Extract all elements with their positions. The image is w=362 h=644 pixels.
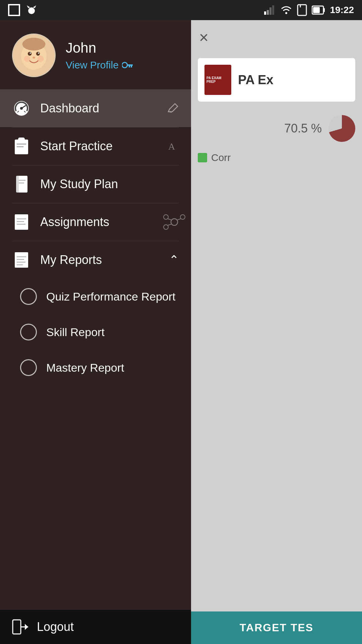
svg-rect-43 xyxy=(17,221,24,222)
sidebar-item-quiz-performance[interactable]: Quiz Performance Report xyxy=(0,279,191,314)
reports-submenu: Quiz Performance Report Skill Report Mas… xyxy=(0,279,191,385)
svg-point-16 xyxy=(22,38,46,51)
svg-point-47 xyxy=(180,215,185,219)
my-study-plan-label: My Study Plan xyxy=(40,177,179,191)
svg-point-45 xyxy=(171,219,178,225)
avatar-image xyxy=(13,34,55,77)
svg-rect-27 xyxy=(129,66,130,67)
letter-a-icon: A xyxy=(167,140,179,152)
logout-section[interactable]: Logout xyxy=(0,610,191,644)
navigation-drawer: John View Profile xyxy=(0,20,191,644)
svg-rect-26 xyxy=(131,66,132,67)
svg-marker-2 xyxy=(27,5,30,8)
sidebar-item-mastery-report[interactable]: Mastery Report xyxy=(0,350,191,385)
sidebar-item-assignments[interactable]: Assignments xyxy=(0,203,191,241)
correct-legend: Corr xyxy=(191,152,362,163)
sidebar-item-start-practice[interactable]: Start Practice A xyxy=(0,127,191,165)
speedometer-icon xyxy=(12,99,31,118)
svg-rect-55 xyxy=(17,262,25,263)
status-time: 19:22 xyxy=(330,5,354,15)
pa-book-cover: PA EXAM PREP xyxy=(204,65,231,95)
svg-marker-3 xyxy=(33,5,36,8)
close-button[interactable]: × xyxy=(199,28,208,47)
correct-text: Corr xyxy=(211,152,231,163)
reports-chevron-up-icon: ⌃ xyxy=(169,253,179,267)
svg-point-18 xyxy=(36,52,40,56)
sim-icon xyxy=(297,4,307,16)
svg-rect-12 xyxy=(323,8,325,12)
key-icon xyxy=(122,61,134,69)
svg-rect-38 xyxy=(16,176,19,193)
svg-line-49 xyxy=(168,219,172,220)
pa-exam-card: PA EXAM PREP PA Ex xyxy=(198,58,355,102)
quiz-performance-label: Quiz Performance Report xyxy=(46,290,176,303)
svg-rect-39 xyxy=(19,180,25,181)
profile-info: John View Profile xyxy=(66,40,134,71)
reports-icon xyxy=(12,251,31,269)
svg-point-30 xyxy=(20,107,23,110)
svg-rect-4 xyxy=(264,11,266,15)
svg-rect-6 xyxy=(269,7,272,15)
status-bar-left-icons xyxy=(8,4,38,16)
svg-rect-9 xyxy=(298,5,306,15)
progress-area: 70.5 % xyxy=(191,105,362,152)
svg-line-51 xyxy=(168,224,172,225)
dashboard-label: Dashboard xyxy=(40,101,167,115)
cat-icon xyxy=(25,4,38,16)
mastery-report-label: Mastery Report xyxy=(46,361,124,374)
logout-icon xyxy=(12,619,29,635)
svg-point-19 xyxy=(30,52,31,54)
status-bar-right-icons: 19:22 xyxy=(263,4,354,16)
svg-rect-7 xyxy=(272,5,274,15)
avatar xyxy=(12,34,56,77)
clipboard-icon xyxy=(12,137,31,156)
status-bar: 19:22 xyxy=(0,0,362,20)
sidebar-item-skill-report[interactable]: Skill Report xyxy=(0,314,191,350)
target-test-label: TARGET TES xyxy=(240,622,313,634)
assignments-label: Assignments xyxy=(40,215,179,229)
svg-point-24 xyxy=(122,62,127,68)
svg-point-20 xyxy=(38,52,39,54)
mastery-report-radio-icon xyxy=(20,359,37,376)
book-icon xyxy=(12,175,31,194)
svg-point-8 xyxy=(285,12,287,14)
profile-name: John xyxy=(66,40,134,56)
edit-icon xyxy=(167,102,179,114)
pa-book-line1: PA EXAM PREP xyxy=(206,76,229,84)
sidebar-item-my-reports[interactable]: My Reports ⌃ xyxy=(0,241,191,279)
svg-rect-54 xyxy=(17,259,24,260)
svg-rect-33 xyxy=(18,138,25,142)
wifi-icon xyxy=(280,4,292,16)
correct-dot xyxy=(198,153,207,162)
svg-rect-25 xyxy=(127,64,133,66)
svg-point-17 xyxy=(28,52,32,56)
progress-percent: 70.5 % xyxy=(284,121,322,136)
svg-rect-13 xyxy=(313,7,320,13)
assignments-icon xyxy=(12,213,31,231)
svg-point-22 xyxy=(24,56,30,62)
svg-rect-57 xyxy=(13,620,21,634)
svg-rect-34 xyxy=(17,144,26,145)
logout-label: Logout xyxy=(37,620,74,634)
svg-rect-40 xyxy=(19,182,24,183)
svg-point-23 xyxy=(37,56,44,62)
svg-rect-35 xyxy=(17,146,23,147)
signal-icon xyxy=(263,4,276,16)
start-practice-label: Start Practice xyxy=(40,139,167,153)
target-test-button[interactable]: TARGET TES xyxy=(191,611,362,644)
skill-report-radio-icon xyxy=(20,324,37,340)
square-icon xyxy=(8,4,20,16)
my-reports-label: My Reports xyxy=(40,253,169,267)
close-button-area[interactable]: × xyxy=(191,20,362,55)
molecule-icon xyxy=(161,212,188,232)
profile-section: John View Profile xyxy=(0,20,191,90)
svg-rect-53 xyxy=(17,256,26,257)
quiz-performance-radio-icon xyxy=(20,288,37,305)
menu-items: Dashboard Start Practice A xyxy=(0,90,191,610)
view-profile-link[interactable]: View Profile xyxy=(66,59,134,71)
sidebar-item-my-study-plan[interactable]: My Study Plan xyxy=(0,165,191,203)
sidebar-item-dashboard[interactable]: Dashboard xyxy=(0,90,191,127)
right-panel: × PA EXAM PREP PA Ex 70.5 % Corr TARGET … xyxy=(191,20,362,644)
svg-rect-42 xyxy=(17,218,26,219)
skill-report-label: Skill Report xyxy=(46,326,105,339)
